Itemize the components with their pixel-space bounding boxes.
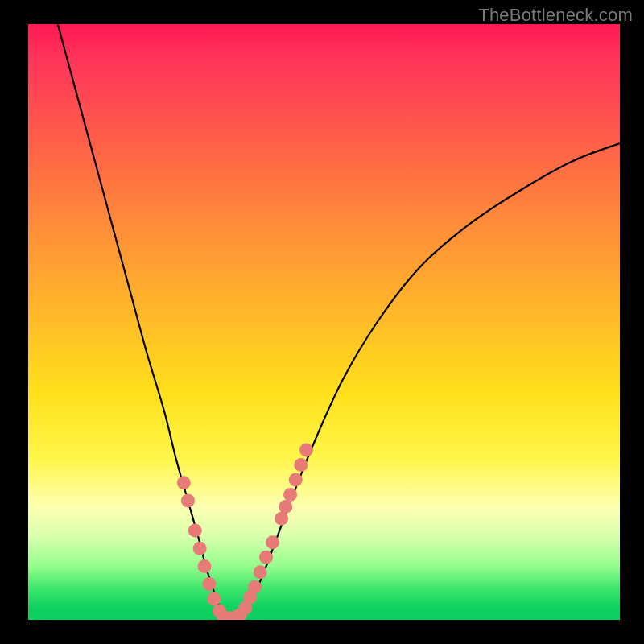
chart-frame: TheBottleneck.com <box>0 0 644 644</box>
curve-dot <box>275 512 288 526</box>
curve-dot <box>207 592 221 606</box>
curve-dot <box>181 494 195 508</box>
curve-dot <box>248 580 262 594</box>
curve-dots <box>177 444 313 620</box>
curve-dot <box>294 458 308 472</box>
curve-dot <box>279 500 292 514</box>
bottleneck-curve <box>58 24 620 620</box>
curve-dot <box>198 559 212 573</box>
curve-dot <box>177 476 191 489</box>
watermark-text: TheBottleneck.com <box>478 5 633 26</box>
curve-dot <box>254 565 267 579</box>
curve-dot <box>266 535 279 549</box>
curve-dot <box>202 577 216 591</box>
curve-dot <box>299 444 313 457</box>
chart-plot-area <box>28 24 620 620</box>
curve-dot <box>259 551 273 564</box>
curve-dot <box>188 524 202 538</box>
curve-dot <box>193 542 207 555</box>
curve-dot <box>289 473 303 487</box>
chart-svg <box>28 24 620 620</box>
curve-dot <box>283 488 297 502</box>
